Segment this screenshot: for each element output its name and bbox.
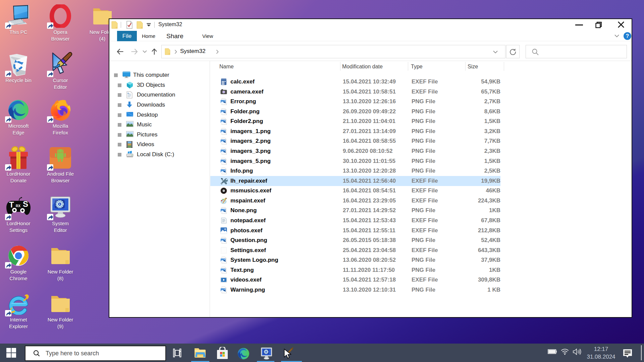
svg-text:S: S xyxy=(23,199,28,208)
svg-text:RX: RX xyxy=(16,204,20,208)
svg-text:T: T xyxy=(9,200,14,209)
